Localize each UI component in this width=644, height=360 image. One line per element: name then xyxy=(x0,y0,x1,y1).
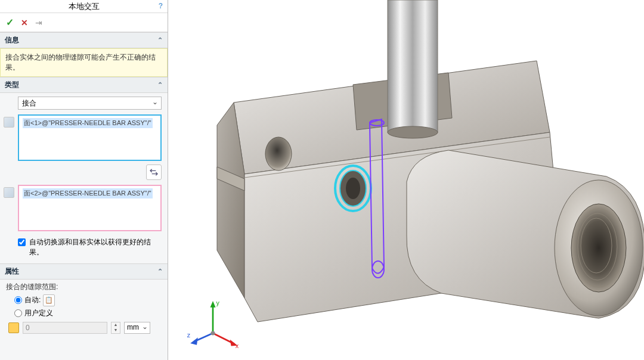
svg-point-9 xyxy=(346,178,360,199)
face-icon[interactable] xyxy=(4,187,14,198)
axis-y-label: y xyxy=(216,299,219,306)
chevron-up-icon[interactable]: ⌃ xyxy=(157,268,163,275)
panel-header: 本地交互 ? xyxy=(0,0,168,13)
chevron-up-icon[interactable]: ⌃ xyxy=(157,81,163,89)
selection-list-b[interactable]: 面<2>@"PRESSER-NEEDLE BAR ASSY"/" xyxy=(18,185,162,231)
svg-point-25 xyxy=(210,331,215,335)
section-title-props: 属性 xyxy=(5,266,19,277)
help-icon[interactable]: ? xyxy=(159,2,163,10)
face-icon[interactable] xyxy=(4,117,14,128)
section-title-type: 类型 xyxy=(5,80,19,90)
svg-marker-24 xyxy=(190,337,198,345)
svg-point-16 xyxy=(388,126,438,138)
property-panel: 本地交互 ? ✓ ✕ ⇥ 信息 ⌃ 接合实体之间的物理缝隙可能会产生不正确的结果… xyxy=(0,0,168,360)
gap-user-radio[interactable] xyxy=(14,309,22,317)
selection-item-b[interactable]: 面<2>@"PRESSER-NEEDLE BAR ASSY"/" xyxy=(23,188,153,198)
auto-switch-checkbox[interactable] xyxy=(18,238,26,246)
confirm-bar: ✓ ✕ ⇥ xyxy=(0,13,168,32)
orientation-triad[interactable]: y x z xyxy=(186,296,240,349)
radio-row-user: 用户定义 xyxy=(14,308,162,318)
axis-x-label: x xyxy=(236,342,239,349)
svg-point-6 xyxy=(265,137,292,170)
unit-dropdown[interactable]: mm xyxy=(124,322,150,334)
axis-z-label: z xyxy=(187,331,190,339)
spin-up[interactable]: ▲ xyxy=(112,322,120,328)
info-message: 接合实体之间的物理缝隙可能会产生不正确的结果。 xyxy=(0,48,168,77)
gap-value-input xyxy=(23,322,107,334)
svg-rect-15 xyxy=(388,0,438,132)
cancel-button[interactable]: ✕ xyxy=(21,18,28,27)
section-body-props: 接合的缝隙范围: 自动: 📋 用户定义 ▲▼ mm xyxy=(0,280,168,337)
distance-icon xyxy=(8,322,19,333)
svg-marker-20 xyxy=(210,301,216,308)
gap-auto-label: 自动: xyxy=(24,295,41,305)
panel-title: 本地交互 xyxy=(69,1,100,12)
svg-point-11 xyxy=(571,204,626,292)
pin-button[interactable]: ⇥ xyxy=(35,18,42,27)
section-body-type: 接合 面<1>@"PRESSER-NEEDLE BAR ASSY"/" 面<2>… xyxy=(0,93,168,263)
swap-button[interactable] xyxy=(146,165,162,180)
ok-button[interactable]: ✓ xyxy=(6,17,14,28)
swap-row xyxy=(18,165,162,180)
section-title-info: 信息 xyxy=(5,35,19,45)
graphics-viewport[interactable]: y x z xyxy=(168,0,644,360)
calc-button[interactable]: 📋 xyxy=(43,294,55,306)
selection-item-a[interactable]: 面<1>@"PRESSER-NEEDLE BAR ASSY"/" xyxy=(23,118,153,128)
selection-group-a: 面<1>@"PRESSER-NEEDLE BAR ASSY"/" xyxy=(18,114,162,161)
auto-switch-row: 自动切换源和目标实体以获得更好的结果。 xyxy=(18,237,162,257)
gap-auto-radio[interactable] xyxy=(14,296,22,304)
auto-switch-label: 自动切换源和目标实体以获得更好的结果。 xyxy=(29,237,162,257)
gap-range-label: 接合的缝隙范围: xyxy=(6,282,162,292)
swap-icon xyxy=(149,167,159,177)
section-header-info[interactable]: 信息 ⌃ xyxy=(0,32,168,48)
selection-group-b: 面<2>@"PRESSER-NEEDLE BAR ASSY"/" xyxy=(18,185,162,231)
section-header-type[interactable]: 类型 ⌃ xyxy=(0,77,168,93)
type-dropdown[interactable]: 接合 xyxy=(18,97,162,110)
value-row: ▲▼ mm xyxy=(6,322,162,334)
selection-list-a[interactable]: 面<1>@"PRESSER-NEEDLE BAR ASSY"/" xyxy=(18,114,162,161)
spin-buttons[interactable]: ▲▼ xyxy=(111,322,120,334)
spin-down[interactable]: ▼ xyxy=(112,328,120,333)
gap-user-label: 用户定义 xyxy=(24,308,53,318)
radio-row-auto: 自动: 📋 xyxy=(14,294,162,306)
chevron-up-icon[interactable]: ⌃ xyxy=(157,36,163,44)
section-header-props[interactable]: 属性 ⌃ xyxy=(0,263,168,280)
